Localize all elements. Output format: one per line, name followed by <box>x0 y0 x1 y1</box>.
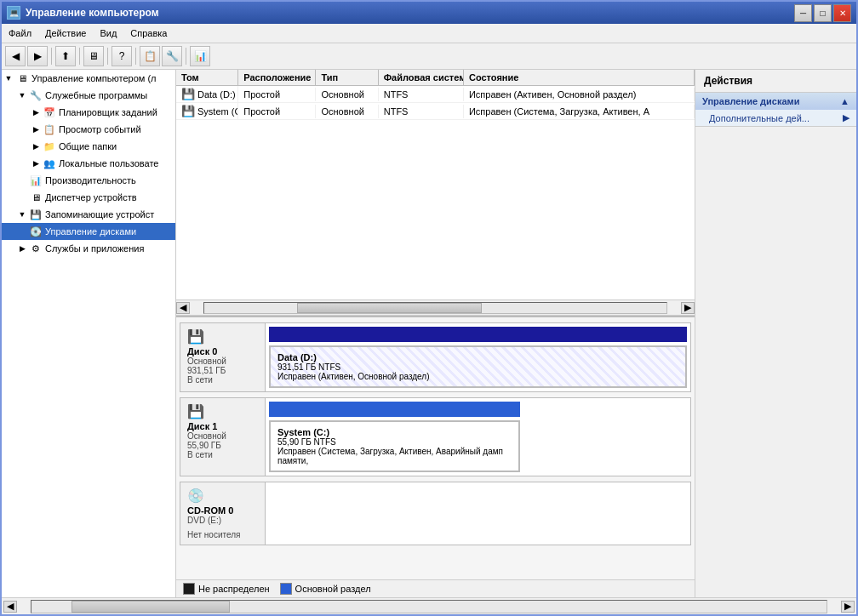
expand-svcapp[interactable]: ▶ <box>15 242 29 255</box>
maximize-button[interactable]: □ <box>814 4 832 22</box>
devmgr-label: Диспетчер устройств <box>45 192 137 202</box>
disk1-status: В сети <box>187 450 258 459</box>
scroll-right-btn[interactable]: ▶ <box>681 302 695 314</box>
list-body: 💾 Data (D:) Простой Основной NTFS Исправ… <box>176 86 695 299</box>
menu-view[interactable]: Вид <box>93 26 123 41</box>
legend-label-primary: Основной раздел <box>295 584 371 594</box>
menu-action[interactable]: Действие <box>38 26 93 41</box>
disk-map[interactable]: 💾 Диск 0 Основной 931,51 ГБ В сети Data … <box>176 316 695 579</box>
devmgr-icon: 🖥 <box>29 191 43 204</box>
status-scroll-left[interactable]: ◀ <box>3 601 17 613</box>
expand-events[interactable]: ▶ <box>29 123 43 136</box>
main-window: 💻 Управление компьютером ─ □ ✕ Файл Дейс… <box>0 0 858 616</box>
actions-section: Управление дисками ▲ Дополнительные дей.… <box>695 93 856 127</box>
cdrom-name: CD-ROM 0 <box>187 505 258 516</box>
window-controls: ─ □ ✕ <box>794 4 851 22</box>
sidebar-item-perf[interactable]: 📊 Производительность <box>2 172 175 189</box>
sidebar-item-storage[interactable]: ▼ 💾 Запоминающие устройст <box>2 206 175 223</box>
storage-icon: 💾 <box>29 208 43 221</box>
actions-panel: Действия Управление дисками ▲ Дополнител… <box>695 70 856 597</box>
sidebar-item-root[interactable]: ▼ 🖥 Управление компьютером (л <box>2 70 175 87</box>
toolbar-separator-2 <box>79 48 80 65</box>
disk1-bar <box>269 402 520 417</box>
table-row[interactable]: 💾 System (C:) Простой Основной NTFS Испр… <box>176 103 695 120</box>
title-bar: 💻 Управление компьютером ─ □ ✕ <box>2 2 856 24</box>
cdrom-icon: 💿 <box>187 488 258 504</box>
window-title: Управление компьютером <box>26 7 159 19</box>
chart-button[interactable]: 📊 <box>190 46 210 66</box>
table-row[interactable]: 💾 Data (D:) Простой Основной NTFS Исправ… <box>176 86 695 103</box>
menu-file[interactable]: Файл <box>2 26 38 41</box>
help-button[interactable]: ? <box>112 46 132 66</box>
forward-button[interactable]: ▶ <box>27 46 48 66</box>
legend-box-unallocated <box>183 583 195 595</box>
disk-entry-0[interactable]: 💾 Диск 0 Основной 931,51 ГБ В сети Data … <box>180 322 691 392</box>
disk1-part-size: 55,90 ГБ NTFS <box>277 437 512 447</box>
disk0-name: Диск 0 <box>187 346 258 356</box>
main-content: ▼ 🖥 Управление компьютером (л ▼ 🔧 Служеб… <box>2 70 856 597</box>
h-scroll-thumb <box>297 303 482 313</box>
col-header-fs[interactable]: Файловая система <box>379 70 464 85</box>
actions-item-more-label: Дополнительные дей... <box>709 113 809 123</box>
sidebar-item-devmgr[interactable]: 🖥 Диспетчер устройств <box>2 189 175 206</box>
sidebar-item-service[interactable]: ▼ 🔧 Служебные программы <box>2 87 175 104</box>
expand-storage[interactable]: ▼ <box>15 208 29 221</box>
actions-item-more[interactable]: Дополнительные дей... ▶ <box>695 110 856 126</box>
root-label: Управление компьютером (л <box>31 73 157 83</box>
expand-service[interactable]: ▼ <box>15 88 29 102</box>
disk1-part-name: System (C:) <box>277 427 512 437</box>
menu-help[interactable]: Справка <box>123 26 174 41</box>
sidebar-item-events[interactable]: ▶ 📋 Просмотр событий <box>2 121 175 138</box>
service-label: Служебные программы <box>45 90 147 100</box>
actions-section-header[interactable]: Управление дисками ▲ <box>695 93 856 110</box>
minimize-button[interactable]: ─ <box>794 4 812 22</box>
actions-item-more-arrow: ▶ <box>843 112 849 123</box>
legend-item-primary: Основной раздел <box>280 583 371 595</box>
disk0-content: Data (D:) 931,51 ГБ NTFS Исправен (Актив… <box>266 323 690 391</box>
storage-label: Запоминающие устройст <box>45 209 154 220</box>
disk-label-0: 💾 Диск 0 Основной 931,51 ГБ В сети <box>180 323 266 391</box>
window-icon: 💻 <box>7 6 20 20</box>
sidebar-item-folders[interactable]: ▶ 📁 Общие папки <box>2 138 175 155</box>
col-header-status[interactable]: Состояние <box>464 70 695 85</box>
status-scroll-right[interactable]: ▶ <box>841 601 855 613</box>
expand-users[interactable]: ▶ <box>29 157 43 170</box>
disk1-partition[interactable]: System (C:) 55,90 ГБ NTFS Исправен (Сист… <box>269 420 520 472</box>
disk-entry-1[interactable]: 💾 Диск 1 Основной 55,90 ГБ В сети System… <box>180 397 691 476</box>
sidebar-item-svcapp[interactable]: ▶ ⚙ Службы и приложения <box>2 240 175 257</box>
expand-root[interactable]: ▼ <box>2 71 15 85</box>
scheduler-icon: 📅 <box>43 106 56 119</box>
sidebar-item-users[interactable]: ▶ 👥 Локальные пользовате <box>2 155 175 172</box>
col-header-tom[interactable]: Том <box>176 70 238 85</box>
expand-folders[interactable]: ▶ <box>29 140 43 153</box>
scroll-left-btn[interactable]: ◀ <box>176 302 190 314</box>
show-hide-button[interactable]: 🖥 <box>83 46 104 66</box>
list-header: Том Расположение Тип Файловая система Со… <box>176 70 695 86</box>
settings-button[interactable]: 🔧 <box>162 46 182 66</box>
users-label: Локальные пользовате <box>59 158 158 168</box>
disk0-part-name: Data (D:) <box>277 352 678 362</box>
cell-status-1: Исправен (Система, Загрузка, Активен, А <box>464 105 695 118</box>
h-scrollbar[interactable] <box>203 302 667 314</box>
status-scrollbar[interactable] <box>31 600 827 613</box>
legend-bar: Не распределен Основной раздел <box>176 579 695 597</box>
back-button[interactable]: ◀ <box>5 46 26 66</box>
folders-icon: 📁 <box>43 140 56 153</box>
sidebar-item-scheduler[interactable]: ▶ 📅 Планировщик заданий <box>2 104 175 121</box>
expand-sched[interactable]: ▶ <box>29 106 43 119</box>
col-header-tip[interactable]: Тип <box>316 70 378 85</box>
status-scroll-thumb <box>72 601 231 613</box>
disk1-size: 55,90 ГБ <box>187 441 258 450</box>
disk0-part-size: 931,51 ГБ NTFS <box>277 362 678 372</box>
sidebar-item-diskmgr[interactable]: 💽 Управление дисками <box>2 223 175 240</box>
disk0-partition[interactable]: Data (D:) 931,51 ГБ NTFS Исправен (Актив… <box>269 345 687 388</box>
col-header-rasp[interactable]: Расположение <box>238 70 316 85</box>
up-button[interactable]: ⬆ <box>55 46 76 66</box>
view-button[interactable]: 📋 <box>140 46 160 66</box>
cdrom-entry[interactable]: 💿 CD-ROM 0 DVD (E:) Нет носителя <box>180 482 691 545</box>
diskmgr-label: Управление дисками <box>45 226 136 237</box>
close-button[interactable]: ✕ <box>833 4 851 22</box>
toolbar-separator-5 <box>186 48 186 65</box>
toolbar-separator-3 <box>107 48 108 65</box>
cdrom-type: DVD (E:) <box>187 516 258 525</box>
